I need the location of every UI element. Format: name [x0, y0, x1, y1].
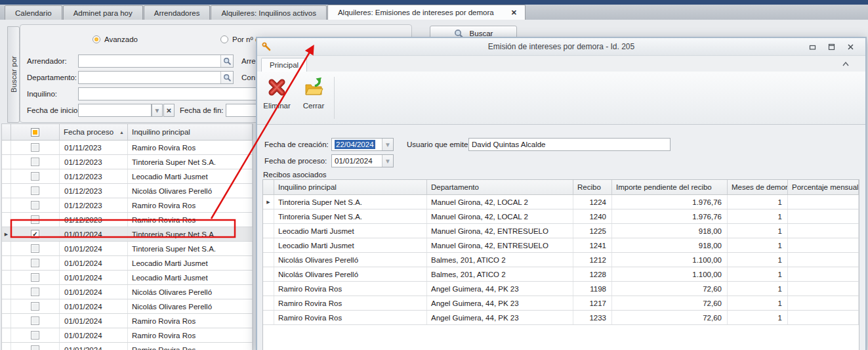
- row-indicator: [2, 213, 11, 227]
- fecha-inicio-clear-button[interactable]: ✕: [163, 104, 175, 117]
- select-all-checkbox[interactable]: [31, 128, 39, 137]
- table-row[interactable]: 01/01/2024 Nicolás Olivares Perelló: [2, 285, 253, 299]
- close-button[interactable]: [846, 43, 855, 51]
- maximize-button[interactable]: [827, 43, 836, 51]
- ribbon-collapse-button[interactable]: [842, 60, 850, 68]
- cell-inquilino: Nicolás Olivares Perelló: [128, 285, 253, 299]
- row-indicator: [2, 155, 11, 169]
- cell-importe: 918,00: [612, 224, 728, 238]
- row-indicator: [263, 296, 274, 310]
- table-row[interactable]: 01/01/2024 Ramiro Rovira Ros: [2, 328, 253, 343]
- dialog-title-bar[interactable]: Emisión de intereses por demora - Id. 20…: [257, 38, 865, 56]
- table-row[interactable]: Leocadio Marti Jusmet Manuel Girona, 42,…: [263, 224, 859, 238]
- table-row[interactable]: 01/01/2024 Leocadio Marti Jusmet: [2, 271, 253, 285]
- cell-inquilino: Tintoreria Super Net S.A.: [128, 155, 253, 169]
- cell-inquilino: Ramiro Rovira Ros: [274, 296, 427, 310]
- row-checkbox[interactable]: [31, 172, 39, 181]
- document-tab[interactable]: Alquileres: Inquilinos activos: [211, 5, 326, 20]
- eliminar-button[interactable]: Eliminar: [258, 72, 295, 124]
- usuario-label: Usuario que emite:: [407, 141, 468, 148]
- radio-por-numero[interactable]: Por nº d: [220, 35, 259, 43]
- table-row[interactable]: 01/01/2024 Tintoreria Super Net S.A.: [2, 242, 253, 256]
- document-tab[interactable]: Calendario: [5, 5, 62, 20]
- document-tab[interactable]: Arrendadores: [144, 5, 211, 20]
- fecha-proceso-column-header[interactable]: Fecha proceso ▲: [60, 124, 128, 140]
- table-row[interactable]: Ramiro Rovira Ros Angel Guimera, 44, PK …: [263, 311, 859, 325]
- buscar-por-side-tab[interactable]: Buscar por: [7, 26, 20, 123]
- row-checkbox[interactable]: [31, 273, 39, 282]
- col-importe-header[interactable]: Importe pendiente del recibo: [612, 180, 728, 194]
- table-row[interactable]: 01/12/2023 Leocadio Marti Jusmet: [2, 169, 253, 184]
- cell-fecha-proceso: 01/01/2024: [60, 343, 128, 350]
- col-porcentaje-header[interactable]: Porcentaje mensual apl: [788, 180, 859, 194]
- table-row[interactable]: 01/01/2024 Ramiro Rovira Ros: [2, 343, 253, 350]
- table-row[interactable]: 01/12/2023 Tintoreria Super Net S.A.: [2, 155, 253, 169]
- row-indicator: [263, 224, 274, 238]
- cell-meses: 1: [728, 282, 788, 295]
- cell-recibo: 1224: [573, 195, 612, 209]
- radio-avanzado[interactable]: Avanzado: [93, 35, 138, 43]
- row-checkbox[interactable]: [31, 201, 39, 209]
- cerrar-button[interactable]: Cerrar: [295, 72, 332, 124]
- table-row[interactable]: 01/11/2023 Ramiro Rovira Ros: [2, 141, 253, 155]
- table-row[interactable]: 01/01/2024 Nicolás Olivares Perelló: [2, 299, 253, 314]
- sort-ascending-icon: ▲: [119, 130, 124, 135]
- col-meses-header[interactable]: Meses de demora: [728, 180, 788, 194]
- col-inquilino-header[interactable]: Inquilino principal: [274, 180, 427, 194]
- select-all-column-header[interactable]: [11, 124, 60, 140]
- emissions-results-table: Fecha proceso ▲ Inquilino principal 01/1…: [1, 123, 253, 350]
- fecha-creacion-combo[interactable]: 22/04/2024 ▾: [331, 138, 394, 151]
- table-row[interactable]: ▶ Tintoreria Super Net S.A. Manuel Giron…: [263, 195, 859, 209]
- row-checkbox[interactable]: [31, 215, 39, 224]
- document-tab[interactable]: Alquileres: Emisiones de intereses por d…: [327, 5, 526, 20]
- table-row[interactable]: Leocadio Marti Jusmet Manuel Girona, 42,…: [263, 238, 859, 253]
- cell-importe: 72,60: [612, 282, 728, 295]
- row-checkbox[interactable]: [31, 259, 39, 267]
- fecha-inicio-dropdown-button[interactable]: ▾: [152, 104, 163, 117]
- fecha-proceso-combo[interactable]: 01/01/2024 ▾: [331, 154, 394, 167]
- inquilino-principal-column-header[interactable]: Inquilino principal: [128, 124, 253, 140]
- row-checkbox[interactable]: [31, 143, 39, 152]
- departamento-lookup-button[interactable]: [220, 72, 233, 83]
- table-row[interactable]: ▶ ✓ 01/01/2024 Tintoreria Super Net S.A.: [2, 227, 253, 242]
- usuario-input[interactable]: David Quintas Alcalde: [468, 138, 671, 151]
- tab-close-icon[interactable]: ✕: [511, 9, 517, 16]
- table-row[interactable]: Ramiro Rovira Ros Angel Guimera, 44, PK …: [263, 282, 859, 296]
- departamento-input[interactable]: [78, 71, 234, 84]
- fecha-proceso-dropdown-button[interactable]: ▾: [382, 155, 393, 167]
- row-checkbox[interactable]: [31, 345, 39, 350]
- row-checkbox[interactable]: [31, 302, 39, 311]
- row-checkbox[interactable]: ✓: [31, 230, 39, 238]
- cell-inquilino: Ramiro Rovira Ros: [128, 141, 253, 154]
- tab-principal[interactable]: Principal: [261, 58, 307, 72]
- row-indicator: [2, 343, 11, 350]
- minimize-button[interactable]: [808, 43, 817, 51]
- row-checkbox[interactable]: [31, 317, 39, 325]
- cell-porcentaje: [788, 267, 859, 281]
- table-row[interactable]: 01/12/2023 Nicolás Olivares Perelló: [2, 184, 253, 198]
- table-row[interactable]: 01/12/2023 Ramiro Rovira Ros: [2, 213, 253, 227]
- table-row[interactable]: Ramiro Rovira Ros Angel Guimera, 44, PK …: [263, 296, 859, 311]
- document-tab[interactable]: Adminet para hoy: [63, 5, 143, 20]
- row-indicator: [263, 253, 274, 267]
- fecha-inicio-input[interactable]: [78, 104, 152, 117]
- row-checkbox[interactable]: [31, 244, 39, 253]
- cell-departamento: Angel Guimera, 44, PK 23: [427, 282, 573, 295]
- table-row[interactable]: Nicolás Olivares Perelló Balmes, 201, AT…: [263, 267, 859, 282]
- table-row[interactable]: Nicolás Olivares Perelló Balmes, 201, AT…: [263, 253, 859, 267]
- row-checkbox[interactable]: [31, 331, 39, 339]
- arrendador-lookup-button[interactable]: [220, 55, 233, 67]
- row-checkbox[interactable]: [31, 158, 39, 166]
- cell-recibo: 1233: [573, 311, 612, 324]
- cell-fecha-proceso: 01/01/2024: [60, 242, 128, 255]
- table-row[interactable]: 01/12/2023 Ramiro Rovira Ros: [2, 198, 253, 213]
- table-row[interactable]: Tintoreria Super Net S.A. Manuel Girona,…: [263, 209, 859, 224]
- arrendador-input[interactable]: [78, 55, 234, 68]
- fecha-creacion-dropdown-button[interactable]: ▾: [382, 139, 393, 150]
- table-row[interactable]: 01/01/2024 Leocadio Marti Jusmet: [2, 256, 253, 271]
- col-departamento-header[interactable]: Departamento: [427, 180, 573, 194]
- table-row[interactable]: 01/01/2024 Ramiro Rovira Ros: [2, 314, 253, 328]
- row-checkbox[interactable]: [31, 288, 39, 296]
- row-checkbox[interactable]: [31, 186, 39, 195]
- col-recibo-header[interactable]: Recibo: [573, 180, 612, 194]
